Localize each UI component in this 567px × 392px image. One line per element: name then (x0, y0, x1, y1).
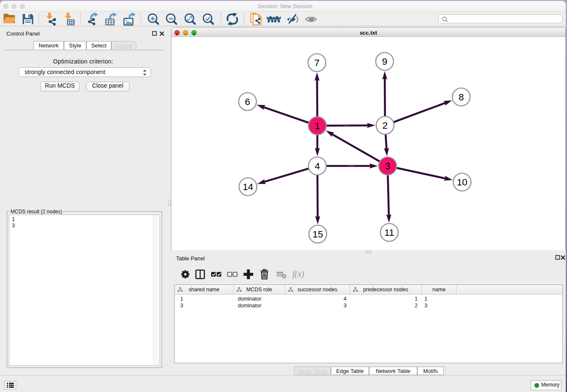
svg-text:14: 14 (242, 182, 253, 192)
svg-text:7: 7 (314, 58, 320, 68)
svg-text:6: 6 (245, 97, 250, 107)
svg-text:11: 11 (384, 227, 394, 238)
svg-text:8: 8 (459, 92, 464, 102)
svg-text:4: 4 (315, 161, 320, 171)
svg-text:1: 1 (315, 121, 320, 131)
svg-text:2: 2 (383, 120, 388, 131)
svg-text:3: 3 (385, 161, 391, 171)
svg-text:15: 15 (312, 229, 323, 240)
svg-text:9: 9 (382, 56, 388, 67)
svg-text:10: 10 (457, 177, 467, 188)
